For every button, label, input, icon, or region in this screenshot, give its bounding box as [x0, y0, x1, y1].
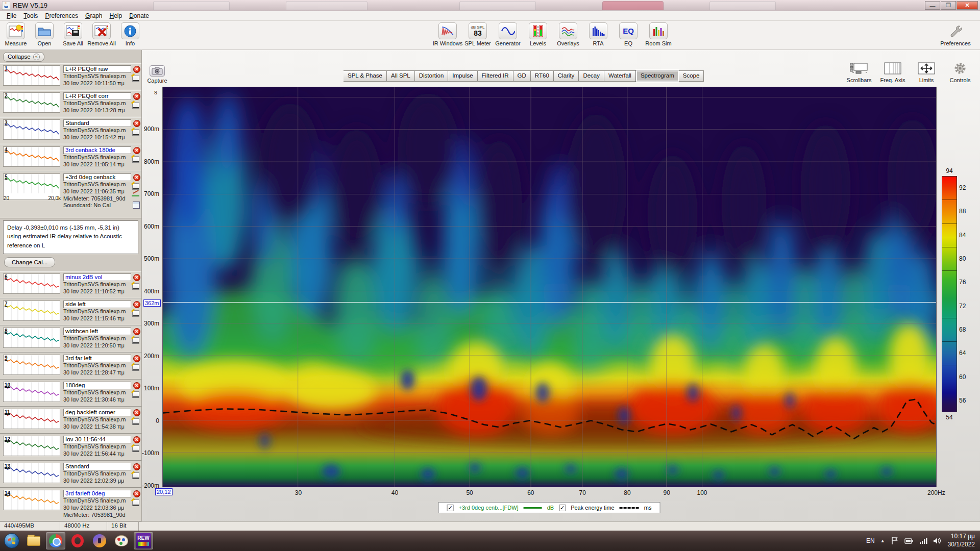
measurement-thumbnail[interactable]: 10: [3, 382, 60, 402]
delete-measurement-icon[interactable]: ✕: [133, 409, 140, 416]
taskbar-firefox[interactable]: [90, 532, 109, 549]
measurement-card[interactable]: 5 2020,0k +3rd 0deg cenback ✕: [0, 171, 141, 218]
measurement-thumbnail[interactable]: 1: [3, 65, 60, 86]
measurement-name-input[interactable]: Standard: [63, 119, 131, 127]
menu-donate[interactable]: Donate: [126, 12, 153, 20]
measurement-thumbnail[interactable]: 2: [3, 92, 60, 113]
delete-measurement-icon[interactable]: ✕: [133, 355, 140, 362]
network-signal-icon[interactable]: [919, 537, 927, 544]
scrollbars-button[interactable]: Scrollbars: [844, 61, 874, 83]
freq-axis-button[interactable]: Freq. Axis: [878, 61, 908, 83]
info-button[interactable]: Info: [117, 22, 143, 46]
delete-measurement-icon[interactable]: ✕: [133, 174, 140, 181]
menu-graph[interactable]: Graph: [82, 12, 106, 20]
measurement-card[interactable]: 13 Standard ✕ TritonDynSVS finalexp.m 30…: [0, 461, 141, 488]
notes-icon[interactable]: [132, 418, 139, 425]
measurement-name-input[interactable]: minus 2dB vol: [63, 273, 131, 281]
minimize-button[interactable]: —: [925, 1, 940, 10]
measurement-card[interactable]: 6 minus 2dB vol ✕ TritonDynSVS finalexp.…: [0, 271, 141, 298]
measurement-thumbnail[interactable]: 13: [3, 463, 60, 483]
delete-measurement-icon[interactable]: ✕: [133, 490, 140, 497]
measurement-name-input[interactable]: L+R PEQoff corr: [63, 92, 131, 100]
graph-tab[interactable]: SPL & Phase: [344, 70, 387, 82]
measurement-name-input[interactable]: 3rd cenback 180de: [63, 146, 131, 154]
measurement-name-input[interactable]: deg backleft corner: [63, 409, 131, 416]
measurement-name-input[interactable]: widthcen left: [63, 328, 131, 335]
notes-icon[interactable]: [132, 337, 139, 344]
clock[interactable]: 10:17 μμ 30/1/2022: [948, 533, 975, 548]
measurement-name-input[interactable]: side left: [63, 300, 131, 308]
delete-measurement-icon[interactable]: ✕: [133, 120, 140, 127]
measurement-thumbnail[interactable]: 3: [3, 119, 60, 140]
capture-button[interactable]: Capture: [146, 65, 168, 84]
taskbar-opera[interactable]: [68, 532, 87, 549]
measurement-name-input[interactable]: Ιαν 30 11:56:44: [63, 436, 131, 443]
graph-tab[interactable]: Filtered IR: [478, 70, 513, 82]
delete-measurement-icon[interactable]: ✕: [133, 382, 140, 389]
trace-pencil-icon[interactable]: [132, 192, 139, 196]
measurement-card[interactable]: 11 deg backleft corner ✕ TritonDynSVS fi…: [0, 407, 141, 434]
measurement-name-input[interactable]: L+R PEQoff raw: [63, 65, 131, 73]
measurement-name-input[interactable]: Standard: [63, 463, 131, 470]
measurement-card[interactable]: 4 3rd cenback 180de ✕ TritonDynSVS final…: [0, 144, 141, 171]
limits-button[interactable]: Limits: [912, 61, 941, 83]
measurement-thumbnail[interactable]: 9: [3, 355, 60, 375]
delete-measurement-icon[interactable]: ✕: [133, 274, 140, 281]
overlays-button[interactable]: Overlays: [555, 22, 581, 46]
measurement-card[interactable]: 7 side left ✕ TritonDynSVS finalexp.m 30…: [0, 298, 141, 325]
notes-icon[interactable]: [132, 183, 139, 190]
notes-icon[interactable]: [132, 75, 139, 82]
taskbar-paint[interactable]: [112, 532, 131, 549]
generator-button[interactable]: Generator: [495, 22, 521, 46]
measurement-card[interactable]: 3 Standard ✕ TritonDynSVS finalexp.m: [0, 117, 141, 144]
measurement-thumbnail[interactable]: 12: [3, 436, 60, 456]
ir-windows-button[interactable]: IR Windows: [435, 22, 460, 46]
restore-button[interactable]: ❐: [941, 1, 956, 10]
measurement-card[interactable]: 2 L+R PEQoff corr ✕ TritonDynSVS finalex…: [0, 90, 141, 117]
collapse-button[interactable]: Collapse «: [3, 52, 44, 62]
notes-icon[interactable]: [132, 391, 139, 398]
spl-meter-button[interactable]: dB SPL 83 SPL Meter: [465, 22, 491, 46]
graph-tab[interactable]: Clarity: [554, 70, 579, 82]
notes-icon[interactable]: [132, 499, 139, 506]
graph-tab[interactable]: Impulse: [448, 70, 477, 82]
room-sim-button[interactable]: Room Sim: [646, 22, 671, 46]
action-center-flag-icon[interactable]: [891, 537, 899, 545]
measurement-info-icon[interactable]: [133, 202, 140, 209]
change-cal-button[interactable]: Change Cal...: [4, 257, 55, 267]
measurement-thumbnail[interactable]: 7: [3, 300, 60, 321]
spectrogram-plot[interactable]: [162, 87, 937, 487]
menu-preferences[interactable]: Preferences: [41, 12, 82, 20]
remove-all-button[interactable]: Remove All: [89, 22, 114, 46]
measure-button[interactable]: Measure: [3, 22, 29, 46]
peak-energy-checkbox[interactable]: ✓: [559, 505, 566, 511]
notes-icon[interactable]: [132, 364, 139, 371]
show-hidden-icons[interactable]: ▲: [880, 538, 885, 543]
measurement-card[interactable]: 10 180deg ✕ TritonDynSVS finalexp.m 30 Ι…: [0, 380, 141, 407]
open-button[interactable]: Open: [32, 22, 57, 46]
graph-tab[interactable]: Scope: [679, 70, 704, 82]
menu-help[interactable]: Help: [106, 12, 126, 20]
measurement-thumbnail[interactable]: 14: [3, 490, 60, 510]
delete-measurement-icon[interactable]: ✕: [133, 147, 140, 154]
menu-tools[interactable]: Tools: [20, 12, 41, 20]
graph-tab[interactable]: Waterfall: [604, 70, 636, 82]
notes-icon[interactable]: [132, 283, 139, 290]
taskbar-chrome[interactable]: [46, 532, 65, 549]
levels-button[interactable]: 0369 Levels: [525, 22, 551, 46]
measurement-name-input[interactable]: 3rd far left: [63, 355, 131, 362]
measurement-card[interactable]: 1 L+R PEQoff raw ✕ TritonDynSVS finalexp…: [0, 63, 141, 90]
measurement-thumbnail[interactable]: 6: [3, 273, 60, 294]
measurement-card[interactable]: 12 Ιαν 30 11:56:44 ✕ TritonDynSVS finale…: [0, 434, 141, 461]
measurement-card[interactable]: 8 widthcen left ✕ TritonDynSVS finalexp.…: [0, 325, 141, 353]
menu-file[interactable]: File: [3, 12, 20, 20]
measurement-thumbnail[interactable]: 8: [3, 328, 60, 348]
language-indicator[interactable]: EN: [866, 537, 875, 544]
measurement-name-input[interactable]: 180deg: [63, 382, 131, 389]
graph-tab[interactable]: Decay: [579, 70, 604, 82]
notes-icon[interactable]: [132, 102, 139, 109]
delete-measurement-icon[interactable]: ✕: [133, 463, 140, 470]
notes-icon[interactable]: [132, 129, 139, 136]
trace-checkbox[interactable]: ✓: [447, 505, 454, 511]
graph-tab[interactable]: All SPL: [387, 70, 415, 82]
